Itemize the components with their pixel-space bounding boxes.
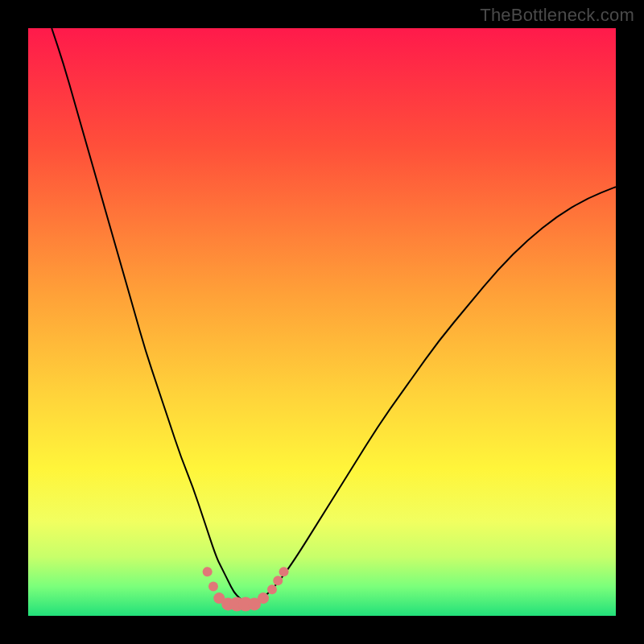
marker-dot bbox=[258, 592, 269, 604]
watermark-label: TheBottleneck.com bbox=[480, 5, 634, 26]
marker-dot bbox=[267, 584, 277, 594]
marker-dot bbox=[273, 576, 283, 585]
plot-area bbox=[28, 28, 616, 616]
chart-overlay bbox=[28, 28, 616, 616]
bottleneck-optimum-markers bbox=[203, 567, 289, 611]
chart-frame: TheBottleneck.com bbox=[0, 0, 644, 644]
marker-dot bbox=[208, 582, 218, 592]
bottleneck-curve bbox=[52, 28, 616, 604]
marker-dot bbox=[203, 567, 213, 576]
marker-dot bbox=[279, 567, 289, 576]
